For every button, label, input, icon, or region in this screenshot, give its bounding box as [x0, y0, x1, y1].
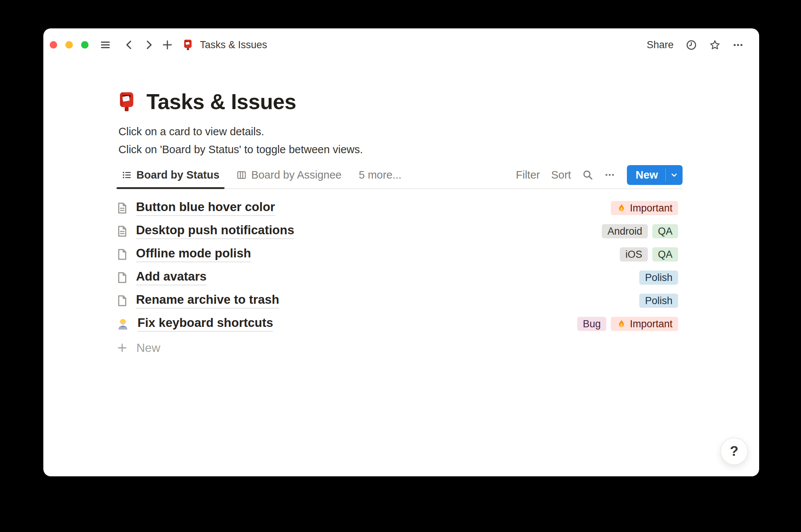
- view-options-icon[interactable]: [604, 170, 615, 180]
- view-tab-board-by-assignee[interactable]: Board by Assignee: [231, 161, 347, 188]
- view-tab-label: 5 more...: [359, 169, 401, 181]
- filter-button[interactable]: Filter: [516, 169, 540, 181]
- postbox-icon[interactable]: [116, 91, 137, 112]
- row-tags: Polish: [639, 270, 678, 285]
- tag-label: Important: [630, 318, 672, 330]
- collection-controls: Filter Sort New: [516, 165, 683, 185]
- close-button[interactable]: [50, 41, 57, 49]
- minimize-button[interactable]: [65, 41, 73, 49]
- list-view-icon: [122, 170, 132, 180]
- window-titlebar: Tasks & Issues Share: [43, 28, 759, 61]
- nav-back-icon[interactable]: [124, 39, 135, 50]
- row-tags: BugImportant: [577, 317, 678, 331]
- tag-label: Polish: [645, 295, 672, 307]
- row-tags: AndroidQA: [602, 224, 678, 238]
- tag-label: Bug: [583, 318, 601, 330]
- chevron-down-icon: [670, 171, 678, 179]
- page-title-block: Tasks & Issues: [116, 86, 683, 117]
- new-dropdown[interactable]: [666, 165, 683, 185]
- tag-android[interactable]: Android: [602, 224, 648, 238]
- page-description[interactable]: Click on a card to view details. Click o…: [118, 123, 683, 158]
- tag-qa[interactable]: QA: [652, 224, 678, 238]
- new-tab-icon[interactable]: [162, 39, 173, 50]
- row-title[interactable]: Button blue hover color: [136, 200, 275, 216]
- notion-window: Tasks & Issues Share Tasks & Issues Clic…: [43, 28, 759, 476]
- row-title[interactable]: Add avatars: [136, 270, 207, 285]
- zoom-button[interactable]: [81, 41, 89, 49]
- row-tags: Polish: [639, 294, 678, 308]
- table-row[interactable]: Button blue hover colorImportant: [116, 197, 683, 220]
- help-button[interactable]: ?: [720, 437, 748, 465]
- board-view-icon: [236, 170, 247, 180]
- page-content: Tasks & Issues Click on a card to view d…: [116, 84, 683, 359]
- technologist-icon: [116, 317, 130, 331]
- table-row[interactable]: Offline mode polishiOSQA: [116, 243, 683, 266]
- collection-toolbar: Board by StatusBoard by Assignee5 more..…: [116, 161, 683, 189]
- tag-label: Important: [630, 202, 672, 214]
- view-tab-label: Board by Assignee: [251, 169, 341, 181]
- tag-qa[interactable]: QA: [652, 247, 678, 262]
- new-button-label[interactable]: New: [627, 165, 665, 185]
- page-blank-icon: [116, 271, 129, 284]
- view-tab-5-more[interactable]: 5 more...: [353, 161, 406, 188]
- favorite-star-icon[interactable]: [709, 39, 721, 51]
- tag-polish[interactable]: Polish: [639, 270, 678, 285]
- breadcrumb-page-title[interactable]: Tasks & Issues: [200, 39, 267, 51]
- view-tab-label: Board by Status: [136, 169, 219, 181]
- row-tags: Important: [611, 201, 678, 215]
- search-icon[interactable]: [582, 169, 593, 180]
- add-new-row-label: New: [136, 341, 160, 355]
- view-tabs: Board by StatusBoard by Assignee5 more..…: [117, 161, 407, 188]
- table-row[interactable]: Fix keyboard shortcutsBugImportant: [116, 312, 683, 335]
- share-button[interactable]: Share: [647, 39, 674, 51]
- page-text-icon: [116, 225, 129, 238]
- table-row[interactable]: Desktop push notificationsAndroidQA: [116, 220, 683, 243]
- tag-important[interactable]: Important: [611, 317, 678, 331]
- page-text-icon: [116, 202, 129, 214]
- page-blank-icon: [116, 248, 129, 261]
- plus-icon: [117, 343, 127, 353]
- tag-label: Polish: [645, 272, 672, 284]
- titlebar-actions: Share: [647, 39, 743, 51]
- updates-clock-icon[interactable]: [686, 39, 697, 51]
- row-title[interactable]: Offline mode polish: [136, 247, 251, 262]
- tag-polish[interactable]: Polish: [639, 294, 678, 308]
- sidebar-menu-icon[interactable]: [100, 39, 111, 50]
- tag-ios[interactable]: iOS: [620, 247, 648, 262]
- tag-bug[interactable]: Bug: [577, 317, 606, 331]
- row-tags: iOSQA: [620, 247, 678, 262]
- table-row[interactable]: Add avatarsPolish: [116, 266, 683, 289]
- tag-label: iOS: [625, 249, 642, 260]
- more-options-icon[interactable]: [733, 40, 743, 50]
- postbox-icon: [182, 39, 194, 51]
- tag-label: QA: [658, 226, 672, 237]
- view-tab-board-by-status[interactable]: Board by Status: [117, 161, 225, 188]
- sort-button[interactable]: Sort: [551, 169, 571, 181]
- row-title[interactable]: Fix keyboard shortcuts: [137, 316, 273, 332]
- add-new-row[interactable]: New: [116, 336, 683, 359]
- row-title[interactable]: Rename archive to trash: [136, 293, 279, 309]
- task-list: Button blue hover colorImportantDesktop …: [116, 197, 683, 335]
- new-button[interactable]: New: [627, 165, 683, 185]
- nav-forward-icon[interactable]: [143, 39, 154, 50]
- fire-icon: [616, 319, 627, 329]
- tag-label: Android: [607, 226, 642, 237]
- traffic-lights: [50, 41, 89, 49]
- page-blank-icon: [116, 294, 129, 307]
- description-line: Click on a card to view details.: [118, 123, 683, 140]
- row-title[interactable]: Desktop push notifications: [136, 223, 294, 239]
- fire-icon: [616, 203, 627, 213]
- tag-label: QA: [658, 249, 672, 260]
- table-row[interactable]: Rename archive to trashPolish: [116, 289, 683, 312]
- tag-important[interactable]: Important: [611, 201, 678, 215]
- description-line: Click on 'Board by Status' to toggle bet…: [118, 140, 683, 158]
- page-title[interactable]: Tasks & Issues: [146, 89, 296, 114]
